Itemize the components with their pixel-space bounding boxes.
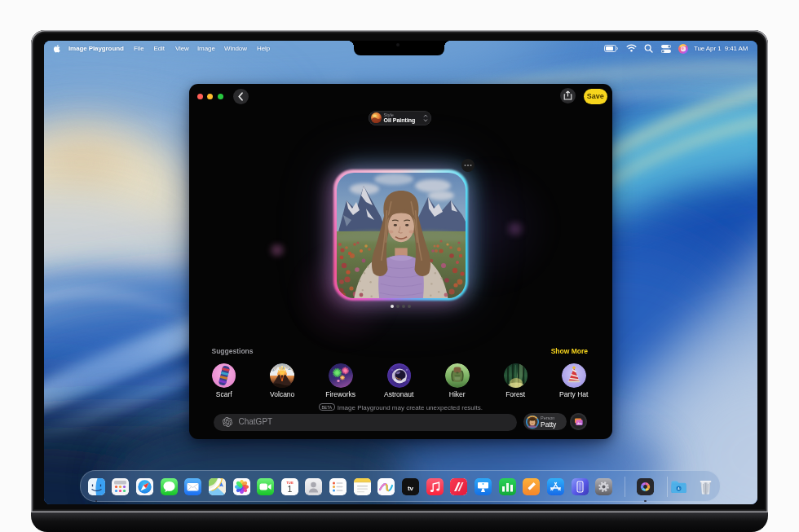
svg-text:1: 1 [287, 484, 292, 494]
svg-text:tv: tv [408, 484, 414, 491]
